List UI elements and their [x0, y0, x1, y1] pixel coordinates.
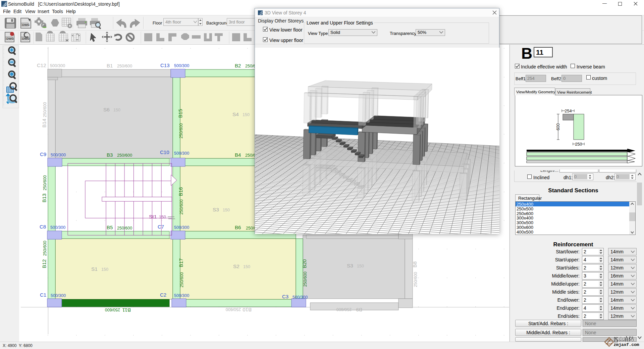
- svg-text:250/600: 250/600: [117, 64, 132, 68]
- svg-text:C2: C2: [160, 292, 166, 298]
- svg-text:C10: C10: [160, 149, 169, 155]
- svg-text:B3: B3: [107, 152, 113, 158]
- svg-text:250/600: 250/600: [105, 307, 120, 312]
- svg-text:150: 150: [159, 215, 166, 219]
- svg-text:S1: S1: [91, 266, 98, 272]
- svg-text:C12: C12: [37, 62, 46, 68]
- svg-text:250/600: 250/600: [117, 226, 132, 231]
- svg-text:150: 150: [243, 112, 250, 117]
- svg-text:DWG: DWG: [6, 37, 14, 40]
- svg-text:C1: C1: [40, 292, 46, 298]
- svg-text:250/600: 250/600: [413, 272, 418, 287]
- svg-text:250/600: 250/600: [117, 153, 132, 158]
- svg-text:150: 150: [223, 208, 230, 212]
- svg-text:150: 150: [113, 108, 120, 112]
- svg-text:C3: C3: [282, 294, 288, 299]
- svg-text:B12: B12: [41, 259, 47, 268]
- svg-text:500/300: 500/300: [51, 153, 66, 157]
- svg-text:C7: C7: [158, 224, 164, 230]
- svg-text:250/600: 250/600: [226, 307, 241, 312]
- svg-text:DWG: DWG: [22, 23, 30, 27]
- svg-text:250/600: 250/600: [43, 241, 47, 256]
- svg-text:500/300: 500/300: [51, 293, 66, 298]
- svg-text:B20: B20: [302, 259, 307, 268]
- svg-text:B11: B11: [122, 307, 131, 313]
- svg-text:250/600: 250/600: [179, 199, 184, 214]
- svg-text:B1: B1: [107, 63, 113, 68]
- svg-text:500/300: 500/300: [174, 225, 189, 230]
- svg-text:600: 600: [556, 123, 560, 131]
- svg-text:250/600: 250/600: [43, 102, 47, 117]
- svg-text:B4: B4: [235, 152, 241, 158]
- svg-text:150: 150: [357, 264, 364, 268]
- svg-text:500/300: 500/300: [50, 225, 65, 230]
- svg-text:S4: S4: [232, 111, 239, 117]
- svg-text:B14: B14: [41, 119, 47, 128]
- svg-text:S2: S2: [233, 263, 239, 269]
- svg-text:B8: B8: [412, 261, 418, 267]
- svg-text:500/300: 500/300: [174, 293, 189, 298]
- svg-text:250/600: 250/600: [303, 271, 308, 287]
- svg-text:500/300: 500/300: [50, 63, 65, 68]
- svg-text:zmjaxf.com: zmjaxf.com: [613, 342, 639, 347]
- svg-text:250: 250: [575, 142, 582, 147]
- svg-text:C8: C8: [40, 224, 46, 230]
- svg-text:250/600: 250/600: [179, 123, 183, 138]
- svg-text:B2: B2: [235, 63, 241, 68]
- svg-text:B10: B10: [243, 307, 252, 313]
- svg-text:250/600: 250/600: [336, 307, 352, 312]
- svg-text:St1: St1: [149, 214, 157, 219]
- svg-text:254: 254: [565, 109, 572, 113]
- svg-text:150: 150: [101, 267, 108, 272]
- svg-text:250/600: 250/600: [179, 272, 184, 287]
- svg-text:500/300: 500/300: [174, 63, 189, 68]
- svg-text:B5: B5: [107, 225, 113, 230]
- svg-text:B9: B9: [356, 307, 362, 313]
- svg-text:B13: B13: [41, 194, 47, 203]
- svg-text:250/600: 250/600: [43, 175, 47, 190]
- svg-text:B16: B16: [178, 187, 183, 196]
- svg-text:S3: S3: [213, 207, 219, 212]
- svg-text:B17: B17: [178, 258, 184, 267]
- svg-text:C13: C13: [160, 62, 170, 68]
- svg-text:C9: C9: [40, 151, 46, 157]
- svg-text:B6: B6: [235, 225, 241, 230]
- svg-text:S6: S6: [103, 107, 110, 112]
- svg-text:S3: S3: [347, 263, 353, 268]
- svg-text:500/300: 500/300: [292, 295, 308, 300]
- svg-text:B15: B15: [177, 109, 183, 118]
- svg-text:500/300: 500/300: [174, 151, 189, 156]
- svg-text:150: 150: [243, 264, 250, 269]
